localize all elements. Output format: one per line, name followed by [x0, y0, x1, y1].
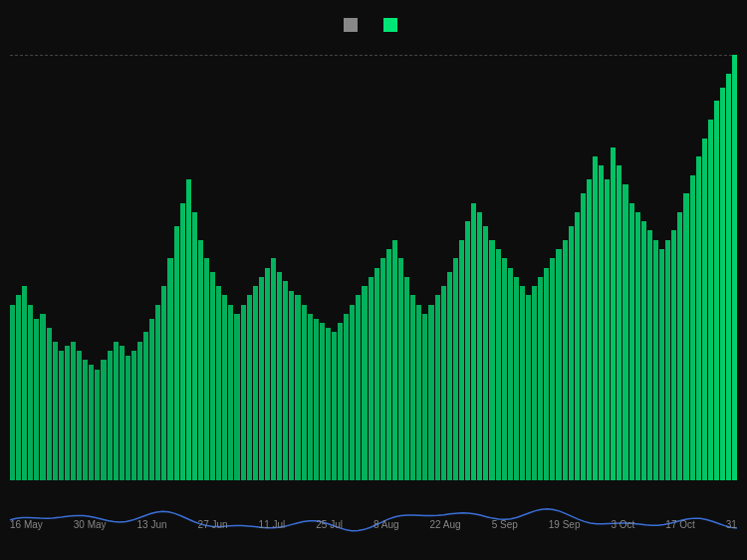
bar-8	[59, 351, 64, 480]
bars-chart	[10, 55, 737, 480]
bar-73	[453, 258, 458, 480]
x-label-1: 30 May	[74, 519, 107, 530]
bar-86	[532, 286, 537, 480]
bar-108	[665, 240, 670, 480]
price-line-chart	[10, 487, 737, 542]
bar-105	[647, 230, 652, 480]
bar-35	[222, 295, 227, 480]
bar-44	[277, 272, 282, 480]
x-label-5: 25 Jul	[316, 519, 343, 530]
bar-107	[659, 249, 664, 480]
bar-69	[428, 305, 433, 480]
x-label-8: 5 Sep	[492, 519, 518, 530]
bar-119	[732, 55, 737, 480]
legend-link-price	[344, 18, 364, 32]
bar-75	[465, 221, 470, 480]
bar-98	[605, 179, 610, 480]
bar-65	[404, 277, 409, 480]
bar-13	[89, 365, 94, 480]
bar-45	[283, 281, 288, 480]
bar-85	[526, 295, 531, 480]
legend-link-price-icon	[344, 18, 358, 32]
bar-78	[483, 226, 488, 480]
bar-7	[53, 342, 58, 480]
chart-legend	[344, 18, 403, 32]
x-label-0: 16 May	[10, 519, 43, 530]
bar-2	[22, 286, 27, 480]
bar-114	[702, 139, 707, 480]
bar-92	[569, 226, 574, 480]
bar-74	[459, 240, 464, 480]
bar-25	[161, 286, 166, 480]
bar-57	[356, 295, 361, 480]
bar-76	[471, 203, 476, 480]
bar-23	[149, 319, 154, 480]
bar-60	[374, 268, 379, 481]
bar-39	[247, 295, 252, 480]
bar-118	[726, 74, 731, 480]
bar-71	[441, 286, 446, 480]
bar-93	[575, 212, 580, 480]
bar-54	[338, 323, 343, 480]
bar-81	[502, 258, 507, 480]
bar-82	[508, 268, 513, 481]
bar-48	[302, 305, 307, 480]
bar-22	[143, 332, 148, 480]
bar-16	[108, 351, 113, 480]
chart-area	[10, 55, 737, 480]
bar-115	[708, 120, 713, 480]
bar-28	[180, 203, 185, 480]
bar-111	[683, 193, 688, 480]
bar-53	[332, 332, 337, 480]
bar-12	[83, 360, 88, 480]
bar-41	[259, 277, 264, 480]
bar-68	[422, 314, 427, 480]
bar-116	[714, 101, 719, 480]
bar-103	[635, 212, 640, 480]
x-label-4: 11 Jul	[259, 519, 286, 530]
bar-113	[696, 156, 701, 480]
x-axis: 16 May30 May13 Jun27 Jun11 Jul25 Jul8 Au…	[10, 519, 737, 530]
bar-47	[295, 295, 300, 480]
bar-34	[216, 286, 221, 480]
x-label-10: 3 Oct	[611, 519, 634, 530]
legend-open-interest-icon	[383, 18, 397, 32]
bar-56	[350, 305, 355, 480]
bar-66	[410, 295, 415, 480]
bar-20	[131, 351, 136, 480]
bar-104	[641, 221, 646, 480]
x-label-2: 13 Jun	[137, 519, 167, 530]
bar-64	[398, 258, 403, 480]
bar-14	[95, 370, 100, 480]
bar-15	[101, 360, 106, 480]
bar-37	[234, 314, 239, 480]
x-label-12: 31	[726, 519, 737, 530]
chart-container: 16 May30 May13 Jun27 Jun11 Jul25 Jul8 Au…	[0, 0, 747, 560]
bar-5	[40, 314, 45, 480]
bar-17	[114, 342, 119, 480]
bar-59	[369, 277, 374, 480]
x-label-6: 8 Aug	[374, 519, 399, 530]
bar-9	[65, 346, 70, 480]
bar-43	[271, 258, 276, 480]
bar-52	[326, 328, 331, 480]
x-label-3: 27 Jun	[198, 519, 228, 530]
bar-10	[71, 342, 76, 480]
bar-62	[386, 249, 391, 480]
bar-30	[192, 212, 197, 480]
bar-1	[16, 295, 21, 480]
bar-99	[611, 147, 616, 480]
bar-58	[362, 286, 367, 480]
bar-67	[416, 305, 421, 480]
bar-0	[10, 305, 15, 480]
bar-94	[581, 193, 586, 480]
bar-21	[137, 342, 142, 480]
bar-3	[28, 305, 33, 480]
bar-29	[186, 179, 191, 480]
bar-50	[314, 319, 319, 480]
bar-49	[308, 314, 313, 480]
bar-27	[174, 226, 179, 480]
bar-24	[155, 305, 160, 480]
bar-72	[447, 272, 452, 480]
bar-106	[653, 240, 658, 480]
